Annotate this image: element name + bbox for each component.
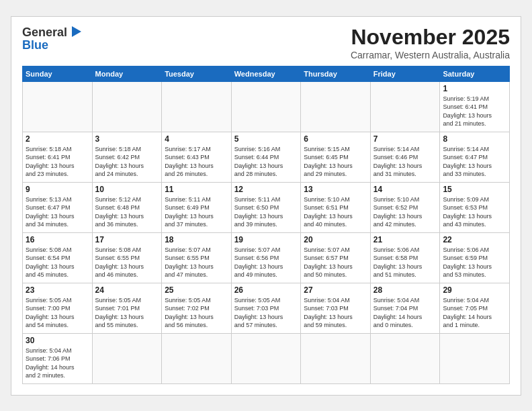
calendar-container: General Blue November 2025 Carramar, Wes… xyxy=(11,16,521,396)
calendar-cell: 13Sunrise: 5:10 AM Sunset: 6:51 PM Dayli… xyxy=(301,182,371,232)
calendar-cell: 24Sunrise: 5:05 AM Sunset: 7:01 PM Dayli… xyxy=(92,283,162,333)
logo-area: General Blue xyxy=(22,25,83,52)
weekday-header-row: Sunday Monday Tuesday Wednesday Thursday… xyxy=(23,66,510,81)
day-info: Sunrise: 5:04 AM Sunset: 7:05 PM Dayligh… xyxy=(443,296,506,330)
calendar-cell: 17Sunrise: 5:08 AM Sunset: 6:55 PM Dayli… xyxy=(92,232,162,283)
day-number: 14 xyxy=(373,185,437,194)
day-info: Sunrise: 5:14 AM Sunset: 6:47 PM Dayligh… xyxy=(443,145,506,179)
calendar-cell: 9Sunrise: 5:13 AM Sunset: 6:47 PM Daylig… xyxy=(23,182,93,232)
month-title: November 2025 xyxy=(351,25,510,50)
calendar-cell: 3Sunrise: 5:18 AM Sunset: 6:42 PM Daylig… xyxy=(92,132,162,182)
calendar-cell: 27Sunrise: 5:04 AM Sunset: 7:03 PM Dayli… xyxy=(301,283,371,333)
calendar-cell: 21Sunrise: 5:06 AM Sunset: 6:58 PM Dayli… xyxy=(370,232,440,283)
day-info: Sunrise: 5:11 AM Sunset: 6:50 PM Dayligh… xyxy=(234,195,298,229)
calendar-cell: 25Sunrise: 5:05 AM Sunset: 7:02 PM Dayli… xyxy=(162,283,232,333)
calendar-cell xyxy=(162,81,232,132)
day-number: 27 xyxy=(304,285,367,295)
day-number: 10 xyxy=(95,185,159,194)
header-tuesday: Tuesday xyxy=(162,66,232,81)
day-number: 30 xyxy=(26,336,89,345)
day-info: Sunrise: 5:16 AM Sunset: 6:44 PM Dayligh… xyxy=(234,145,298,179)
day-number: 17 xyxy=(95,235,159,244)
calendar-cell: 26Sunrise: 5:05 AM Sunset: 7:03 PM Dayli… xyxy=(231,283,301,333)
calendar-cell: 2Sunrise: 5:18 AM Sunset: 6:41 PM Daylig… xyxy=(23,132,93,182)
header-saturday: Saturday xyxy=(440,66,510,81)
calendar-cell xyxy=(231,81,301,132)
location-title: Carramar, Western Australia, Australia xyxy=(351,50,510,60)
calendar-cell: 29Sunrise: 5:04 AM Sunset: 7:05 PM Dayli… xyxy=(440,283,510,333)
calendar-row: 9Sunrise: 5:13 AM Sunset: 6:47 PM Daylig… xyxy=(23,182,510,232)
day-number: 9 xyxy=(26,185,89,194)
calendar-cell: 28Sunrise: 5:04 AM Sunset: 7:04 PM Dayli… xyxy=(370,283,440,333)
calendar-cell xyxy=(301,333,371,383)
calendar-cell: 14Sunrise: 5:10 AM Sunset: 6:52 PM Dayli… xyxy=(370,182,440,232)
day-info: Sunrise: 5:14 AM Sunset: 6:46 PM Dayligh… xyxy=(373,145,437,179)
calendar-table: Sunday Monday Tuesday Wednesday Thursday… xyxy=(22,66,510,384)
calendar-cell: 20Sunrise: 5:07 AM Sunset: 6:57 PM Dayli… xyxy=(301,232,371,283)
day-info: Sunrise: 5:10 AM Sunset: 6:51 PM Dayligh… xyxy=(304,195,367,229)
calendar-cell: 8Sunrise: 5:14 AM Sunset: 6:47 PM Daylig… xyxy=(440,132,510,182)
calendar-cell: 22Sunrise: 5:06 AM Sunset: 6:59 PM Dayli… xyxy=(440,232,510,283)
header-section: General Blue November 2025 Carramar, Wes… xyxy=(22,25,510,60)
calendar-cell xyxy=(370,333,440,383)
day-info: Sunrise: 5:06 AM Sunset: 6:58 PM Dayligh… xyxy=(373,246,437,279)
calendar-cell xyxy=(440,333,510,383)
calendar-cell xyxy=(231,333,301,383)
logo-triangle-icon xyxy=(69,25,83,41)
title-section: November 2025 Carramar, Western Australi… xyxy=(351,25,510,60)
svg-marker-0 xyxy=(72,26,81,37)
calendar-cell: 30Sunrise: 5:04 AM Sunset: 7:06 PM Dayli… xyxy=(23,333,93,383)
day-number: 19 xyxy=(234,235,298,244)
day-number: 24 xyxy=(95,285,159,295)
day-info: Sunrise: 5:15 AM Sunset: 6:45 PM Dayligh… xyxy=(304,145,367,179)
day-info: Sunrise: 5:07 AM Sunset: 6:57 PM Dayligh… xyxy=(304,246,367,279)
day-number: 26 xyxy=(234,285,298,295)
logo-blue-text: Blue xyxy=(22,38,48,52)
day-info: Sunrise: 5:12 AM Sunset: 6:48 PM Dayligh… xyxy=(95,195,159,229)
day-number: 29 xyxy=(443,285,506,295)
calendar-cell xyxy=(92,81,162,132)
day-number: 11 xyxy=(165,185,228,194)
calendar-row: 16Sunrise: 5:08 AM Sunset: 6:54 PM Dayli… xyxy=(23,232,510,283)
day-number: 13 xyxy=(304,185,367,194)
day-info: Sunrise: 5:19 AM Sunset: 6:41 PM Dayligh… xyxy=(443,95,506,128)
day-info: Sunrise: 5:05 AM Sunset: 7:03 PM Dayligh… xyxy=(234,296,298,330)
day-number: 16 xyxy=(26,235,89,244)
calendar-row: 23Sunrise: 5:05 AM Sunset: 7:00 PM Dayli… xyxy=(23,283,510,333)
header-friday: Friday xyxy=(370,66,440,81)
calendar-cell: 7Sunrise: 5:14 AM Sunset: 6:46 PM Daylig… xyxy=(370,132,440,182)
day-number: 21 xyxy=(373,235,437,244)
day-info: Sunrise: 5:09 AM Sunset: 6:53 PM Dayligh… xyxy=(443,195,506,229)
day-number: 23 xyxy=(26,285,89,295)
header-thursday: Thursday xyxy=(301,66,371,81)
day-number: 20 xyxy=(304,235,367,244)
day-number: 4 xyxy=(165,134,228,144)
calendar-cell: 12Sunrise: 5:11 AM Sunset: 6:50 PM Dayli… xyxy=(231,182,301,232)
day-info: Sunrise: 5:18 AM Sunset: 6:41 PM Dayligh… xyxy=(26,145,89,179)
calendar-cell: 23Sunrise: 5:05 AM Sunset: 7:00 PM Dayli… xyxy=(23,283,93,333)
calendar-cell xyxy=(301,81,371,132)
day-number: 2 xyxy=(26,134,89,144)
day-info: Sunrise: 5:18 AM Sunset: 6:42 PM Dayligh… xyxy=(95,145,159,179)
day-number: 18 xyxy=(165,235,228,244)
day-info: Sunrise: 5:07 AM Sunset: 6:56 PM Dayligh… xyxy=(234,246,298,279)
day-number: 28 xyxy=(373,285,437,295)
calendar-cell xyxy=(92,333,162,383)
calendar-cell: 11Sunrise: 5:11 AM Sunset: 6:49 PM Dayli… xyxy=(162,182,232,232)
calendar-cell: 19Sunrise: 5:07 AM Sunset: 6:56 PM Dayli… xyxy=(231,232,301,283)
day-number: 1 xyxy=(443,84,506,93)
day-number: 7 xyxy=(373,134,437,144)
day-number: 6 xyxy=(304,134,367,144)
calendar-cell: 10Sunrise: 5:12 AM Sunset: 6:48 PM Dayli… xyxy=(92,182,162,232)
day-number: 15 xyxy=(443,185,506,194)
header-sunday: Sunday xyxy=(23,66,93,81)
calendar-body: 1Sunrise: 5:19 AM Sunset: 6:41 PM Daylig… xyxy=(23,81,510,383)
day-info: Sunrise: 5:05 AM Sunset: 7:01 PM Dayligh… xyxy=(95,296,159,330)
day-info: Sunrise: 5:13 AM Sunset: 6:47 PM Dayligh… xyxy=(26,195,89,229)
day-info: Sunrise: 5:08 AM Sunset: 6:55 PM Dayligh… xyxy=(95,246,159,279)
calendar-cell xyxy=(23,81,93,132)
calendar-row: 2Sunrise: 5:18 AM Sunset: 6:41 PM Daylig… xyxy=(23,132,510,182)
day-info: Sunrise: 5:04 AM Sunset: 7:06 PM Dayligh… xyxy=(26,347,89,380)
day-info: Sunrise: 5:05 AM Sunset: 7:00 PM Dayligh… xyxy=(26,296,89,330)
day-info: Sunrise: 5:17 AM Sunset: 6:43 PM Dayligh… xyxy=(165,145,228,179)
